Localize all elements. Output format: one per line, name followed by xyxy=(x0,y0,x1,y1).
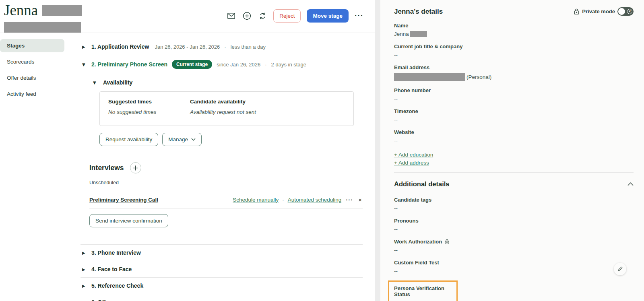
more-options-icon[interactable]: ··· xyxy=(355,11,363,20)
stage-title: 3. Phone Interview xyxy=(91,249,141,256)
stage-row-offer[interactable]: ▶ 6. Offer xyxy=(80,294,363,301)
manage-button[interactable]: Manage xyxy=(162,133,202,146)
collapsed-arrow-icon[interactable]: ▶ xyxy=(82,284,87,288)
field-value: (Personal) xyxy=(394,73,634,81)
private-mode-control: Private mode × xyxy=(574,7,634,16)
stage-row-application-review[interactable]: ▶ 1. Application Review Jan 26, 2026 - J… xyxy=(80,39,363,55)
panel-title: Jenna's details xyxy=(394,8,443,16)
redacted-name-value xyxy=(410,31,427,37)
toggle-off-icon: × xyxy=(627,9,632,14)
field-value: -- xyxy=(394,247,634,253)
field-timezone: Timezone -- xyxy=(394,108,634,123)
name-visible-part: Jenna xyxy=(394,31,409,37)
stage-row-preliminary-phone-screen[interactable]: ▼ 2. Preliminary Phone Screen Current st… xyxy=(80,55,363,74)
field-name: Name Jenna xyxy=(394,23,634,37)
candidate-page: Jenna Reject Move stage ··· Stag xyxy=(0,0,644,301)
availability-box: Suggested times No suggested times Candi… xyxy=(99,91,354,126)
stage-row-reference-check[interactable]: ▶ 5. Reference Check xyxy=(80,278,363,294)
dot-separator: · xyxy=(265,62,266,68)
stage-title: 5. Reference Check xyxy=(91,282,143,289)
interview-status: Unscheduled xyxy=(89,180,363,186)
chevron-down-icon xyxy=(191,138,196,141)
current-stage-badge: Current stage xyxy=(172,60,212,69)
sidebar-item-activity-feed[interactable]: Activity feed xyxy=(0,87,64,101)
stage-title: 2. Preliminary Phone Screen xyxy=(91,61,167,68)
field-value: -- xyxy=(394,52,634,58)
add-address-link[interactable]: + Add address xyxy=(394,160,634,166)
add-education-link[interactable]: + Add education xyxy=(394,152,634,158)
availability-section-toggle[interactable]: ▼ Availability xyxy=(93,79,363,86)
interviews-heading: Interviews xyxy=(89,164,124,172)
panel-divider xyxy=(394,172,634,173)
pencil-icon xyxy=(617,266,623,272)
candidate-name: Jenna xyxy=(4,2,82,19)
email-icon[interactable] xyxy=(226,11,236,21)
candidate-availability-column: Candidate availability Availability requ… xyxy=(190,99,256,115)
transfer-icon[interactable] xyxy=(258,11,267,21)
expanded-arrow-icon[interactable]: ▼ xyxy=(93,80,98,85)
availability-heading: Availability xyxy=(103,79,132,86)
panel-header: Jenna's details Private mode × xyxy=(394,7,634,16)
field-label: Custom Field Test xyxy=(394,260,634,266)
additional-details-header: Additional details xyxy=(394,180,634,188)
schedule-manually-link[interactable]: Schedule manually xyxy=(233,197,279,203)
field-value: -- xyxy=(394,96,634,102)
field-work-authorization: Work Authorization -- xyxy=(394,239,634,253)
send-interview-confirmation-button[interactable]: Send interview confirmation xyxy=(89,214,168,227)
field-value: -- xyxy=(394,226,634,232)
candidate-details-panel: Jenna's details Private mode × Name Jenn… xyxy=(380,0,644,301)
stage-row-face-to-face[interactable]: ▶ 4. Face to Face xyxy=(80,261,363,278)
candidate-availability-label: Candidate availability xyxy=(190,99,256,105)
stage-dates: Jan 26, 2026 - Jan 26, 2026 xyxy=(155,44,220,50)
field-value: -- xyxy=(394,138,634,144)
work-auth-label-text: Work Authorization xyxy=(394,239,442,245)
toggle-knob xyxy=(618,8,625,15)
collapsed-arrow-icon[interactable]: ▶ xyxy=(82,267,87,272)
sidebar-item-scorecards[interactable]: Scorecards xyxy=(0,55,64,68)
stage-title: 6. Offer xyxy=(91,299,111,301)
expanded-arrow-icon[interactable]: ▼ xyxy=(82,62,87,67)
suggested-times-value: No suggested times xyxy=(108,109,190,115)
field-label: Pronouns xyxy=(394,218,634,224)
panel-gap-divider xyxy=(375,0,380,301)
persona-verification-highlight-box: Persona Verification Status failed xyxy=(388,280,458,301)
field-label: Name xyxy=(394,23,634,29)
stage-row-phone-interview[interactable]: ▶ 3. Phone Interview xyxy=(80,245,363,261)
automated-scheduling-link[interactable]: Automated scheduling xyxy=(288,197,342,203)
sidebar-item-offer-details[interactable]: Offer details xyxy=(0,71,64,85)
interview-name-link[interactable]: Preliminary Screening Call xyxy=(89,197,158,203)
request-availability-button[interactable]: Request availability xyxy=(99,133,158,146)
suggested-times-column: Suggested times No suggested times xyxy=(108,99,190,115)
field-label: Work Authorization xyxy=(394,239,634,245)
field-label: Persona Verification Status xyxy=(394,285,452,297)
field-label: Email address xyxy=(394,64,634,70)
remove-interview-icon[interactable]: × xyxy=(357,196,363,203)
interview-more-icon[interactable]: ··· xyxy=(345,196,354,203)
field-custom-field-test: Custom Field Test -- xyxy=(394,260,634,274)
add-interview-icon[interactable] xyxy=(130,162,141,173)
field-label: Candidate tags xyxy=(394,197,634,203)
redacted-subtitle xyxy=(4,22,81,33)
sidebar-item-stages[interactable]: Stages xyxy=(0,39,64,52)
content-row: Stages Scorecards Offer details Activity… xyxy=(0,33,375,301)
reject-button[interactable]: Reject xyxy=(273,9,301,23)
add-circle-icon[interactable] xyxy=(242,11,252,21)
collapsed-arrow-icon[interactable]: ▶ xyxy=(82,45,87,49)
email-type-note: (Personal) xyxy=(466,74,491,80)
lock-icon xyxy=(574,8,580,15)
stage-section-preliminary-phone-screen: ▼ 2. Preliminary Phone Screen Current st… xyxy=(80,55,363,245)
field-email: Email address (Personal) xyxy=(394,64,634,81)
edit-field-button[interactable] xyxy=(614,263,626,275)
interview-actions: Schedule manually · Automated scheduling… xyxy=(233,196,363,203)
dot-separator: · xyxy=(282,197,284,203)
collapsed-arrow-icon[interactable]: ▶ xyxy=(82,251,87,255)
move-stage-button[interactable]: Move stage xyxy=(307,9,349,23)
private-mode-label: Private mode xyxy=(582,8,615,14)
candidate-header: Jenna Reject Move stage ··· xyxy=(0,0,375,33)
collapse-section-icon[interactable] xyxy=(627,182,634,186)
private-mode-toggle[interactable]: × xyxy=(617,7,634,16)
field-pronouns: Pronouns -- xyxy=(394,218,634,232)
stage-title: 4. Face to Face xyxy=(91,266,132,272)
dot-separator: · xyxy=(224,44,226,50)
stage-duration: 2 days in stage xyxy=(271,62,306,68)
